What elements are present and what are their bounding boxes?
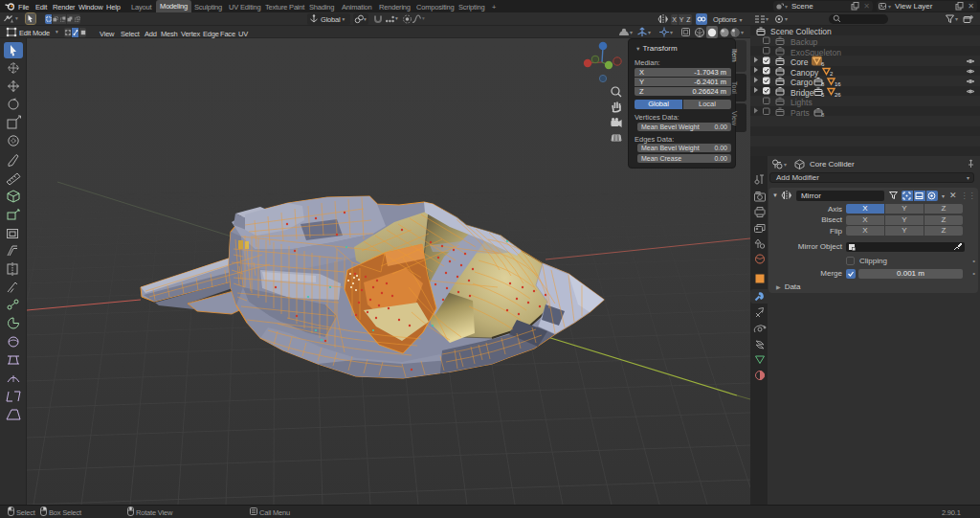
- svg-text:Lights: Lights: [791, 98, 813, 107]
- svg-text:Canopy: Canopy: [791, 68, 819, 78]
- svg-text:Bridge: Bridge: [791, 88, 814, 98]
- svg-text:5: 5: [821, 92, 825, 98]
- svg-text:Backup: Backup: [791, 37, 818, 47]
- svg-text:Parts: Parts: [791, 108, 810, 118]
- svg-text:8: 8: [821, 112, 825, 118]
- svg-text:6: 6: [821, 61, 825, 67]
- svg-text:8: 8: [821, 81, 825, 87]
- svg-text:26: 26: [835, 92, 841, 98]
- svg-text:Scene Collection: Scene Collection: [770, 27, 832, 36]
- svg-text:ExoSqueleton: ExoSqueleton: [791, 48, 841, 57]
- svg-text:Cargo: Cargo: [791, 78, 813, 87]
- svg-text:16: 16: [835, 81, 841, 87]
- svg-text:Core: Core: [791, 57, 809, 67]
- svg-text:2: 2: [830, 71, 834, 77]
